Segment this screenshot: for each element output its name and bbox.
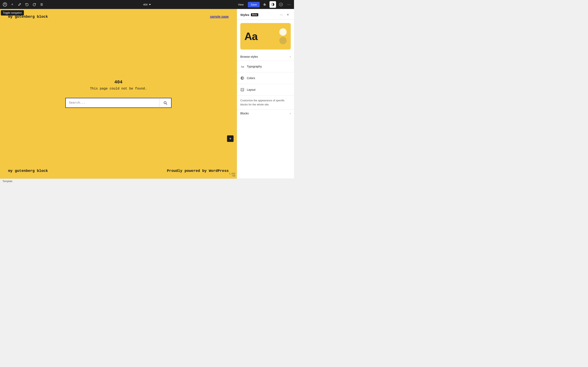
layout-section: Layout <box>237 84 294 96</box>
status-bar: Template <box>0 179 294 184</box>
preview-dot-tan <box>279 37 287 44</box>
layout-label: Layout <box>247 88 291 91</box>
chevron-down-icon <box>149 3 151 6</box>
more-icon: ⋯ <box>280 13 283 17</box>
more-options-button[interactable]: ⋯ <box>286 1 292 8</box>
svg-point-3 <box>164 101 166 104</box>
help-icon: ? <box>279 3 283 6</box>
svg-text:Aa: Aa <box>241 65 244 68</box>
page-title-text: 404 <box>143 3 148 6</box>
add-block-canvas-button[interactable]: + <box>227 135 233 142</box>
browse-styles-row[interactable]: Browse styles › <box>237 53 294 61</box>
browse-styles-label: Browse styles <box>240 55 258 58</box>
footer-site-title: my gutenberg block <box>8 169 48 173</box>
coordinates: 1,436 730 <box>229 173 235 177</box>
error-message: This page could not be found. <box>90 87 147 91</box>
site-footer: my gutenberg block Proudly powered by Wo… <box>0 166 237 179</box>
undo-button[interactable] <box>24 1 30 8</box>
site-nav: sample page <box>210 15 229 18</box>
close-icon: ✕ <box>287 13 289 16</box>
colors-item[interactable]: Colors <box>237 74 294 82</box>
redo-button[interactable] <box>31 1 38 8</box>
site-header: my gutenberg block sample page <box>0 9 237 22</box>
typography-item[interactable]: Aa Typography <box>237 62 294 71</box>
sidebar-close-button[interactable]: ✕ <box>285 12 291 17</box>
main-area: my gutenberg block sample page 404 This … <box>0 9 294 179</box>
search-form <box>65 98 172 108</box>
toolbar-left: + <box>2 1 45 8</box>
layout-item[interactable]: Layout <box>237 86 294 94</box>
edit-mode-button[interactable] <box>16 1 23 8</box>
browse-styles-chevron: › <box>290 55 291 58</box>
gear-icon <box>263 3 267 6</box>
blocks-row[interactable]: Blocks › <box>237 109 294 117</box>
save-button[interactable]: Save <box>248 2 260 7</box>
preview-dot-white <box>279 28 287 36</box>
sidebar-header: Styles Beta ⋯ ✕ <box>237 9 294 20</box>
toolbar-right: View Save ? ⋯ <box>235 1 292 8</box>
view-button[interactable]: View <box>235 2 246 7</box>
add-block-toolbar-button[interactable]: + <box>9 1 16 8</box>
search-icon <box>163 101 167 105</box>
colors-icon <box>240 76 244 80</box>
colors-label: Colors <box>247 76 291 80</box>
contrast-button[interactable] <box>269 1 276 8</box>
more-icon: ⋯ <box>287 2 291 7</box>
sidebar-more-button[interactable]: ⋯ <box>278 12 284 17</box>
svg-rect-7 <box>241 88 244 91</box>
colors-section: Colors <box>237 72 294 84</box>
page-content: 404 This page could not be found. <box>0 22 237 166</box>
error-code: 404 <box>114 80 122 85</box>
template-label: Template <box>2 180 12 183</box>
footer-credit: Proudly powered by WordPress <box>167 169 229 173</box>
preview-text: Aa <box>244 30 258 42</box>
search-input[interactable] <box>65 98 159 108</box>
wp-logo-button[interactable] <box>2 1 8 8</box>
customize-text: Customize the appearance of specific blo… <box>237 96 294 109</box>
sidebar-header-actions: ⋯ ✕ <box>278 12 291 17</box>
help-button[interactable]: ? <box>278 1 284 8</box>
layout-icon <box>240 88 244 92</box>
typography-section: Aa Typography <box>237 61 294 72</box>
sidebar-title-row: Styles Beta <box>240 13 258 17</box>
plus-icon: + <box>11 2 13 7</box>
svg-line-4 <box>166 104 167 105</box>
canvas-area[interactable]: my gutenberg block sample page 404 This … <box>0 9 237 179</box>
nav-link[interactable]: sample page <box>210 15 229 18</box>
blocks-chevron: › <box>290 111 291 115</box>
preview-dots <box>279 28 287 44</box>
typography-label: Typography <box>247 65 291 68</box>
document-overview-button[interactable] <box>38 1 45 8</box>
blocks-label: Blocks <box>240 112 249 115</box>
toggle-navigation-tooltip: Toggle navigation <box>1 10 24 16</box>
toolbar-center: 404 <box>141 2 153 7</box>
page-title-button[interactable]: 404 <box>141 2 153 7</box>
svg-text:?: ? <box>280 3 282 6</box>
toolbar: + Toggle navigation 404 <box>0 0 294 9</box>
search-button[interactable] <box>159 98 172 108</box>
sidebar-title: Styles <box>240 13 249 17</box>
style-preview[interactable]: Aa <box>240 23 291 50</box>
typography-icon: Aa <box>240 64 244 68</box>
beta-badge: Beta <box>251 13 258 16</box>
settings-button[interactable] <box>261 1 268 8</box>
plus-icon: + <box>229 136 232 141</box>
contrast-icon <box>271 3 274 6</box>
styles-sidebar: Styles Beta ⋯ ✕ Aa Browse styles <box>237 9 294 179</box>
